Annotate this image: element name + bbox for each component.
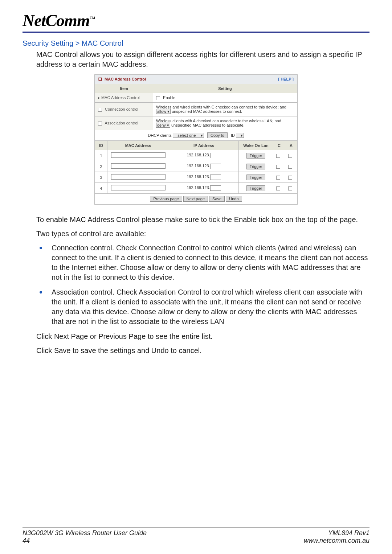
col-setting-header: Setting [153, 84, 297, 93]
dhcp-label: DHCP clients [148, 133, 172, 138]
assoc-ctrl-line1: Wireless clients with A checked can asso… [156, 119, 281, 123]
previous-page-button[interactable]: Previous page [150, 196, 182, 202]
th-ip: IP Address [169, 141, 239, 150]
mac-input[interactable] [111, 152, 166, 158]
panel-title-text: MAC Address Control [105, 77, 146, 81]
next-page-button[interactable]: Next page [183, 196, 208, 202]
row-mac-control-setting: Enable [153, 93, 297, 103]
association-control-text: Association control [105, 121, 138, 125]
c-checkbox[interactable] [276, 186, 280, 190]
table-row: 4 192.168.123. Trigger [95, 183, 297, 194]
bullet-list: Connection control. Check Connection Con… [36, 243, 369, 327]
c-checkbox[interactable] [276, 176, 280, 180]
row-connection-control-setting: Wireless and wired clients with C checke… [153, 103, 297, 116]
ip-input[interactable] [210, 153, 221, 158]
bullet-connection: Connection control. Check Connection Con… [36, 243, 369, 282]
a-checkbox[interactable] [288, 186, 292, 190]
conn-ctrl-line1: Wireless and wired clients with C checke… [156, 105, 286, 109]
assoc-ctrl-select[interactable]: deny ▾ [156, 123, 170, 128]
th-c: C [273, 141, 285, 150]
page-footer: N3G002W 3G Wireless Router User Guide YM… [23, 528, 369, 545]
dhcp-id-label: ID [231, 133, 235, 138]
conn-ctrl-select[interactable]: allow ▾ [156, 109, 171, 114]
association-control-checkbox[interactable] [98, 122, 102, 126]
para-enable: To enable MAC Address Control please mak… [36, 215, 369, 225]
para-save: Click Save to save the settings and Undo… [36, 346, 369, 356]
row-mac-control-label: ▸ MAC Address Control [95, 93, 153, 103]
row-association-control-label: Association control [95, 116, 153, 130]
ip-prefix: 192.168.123. [187, 185, 210, 190]
footer-left-title: N3G002W 3G Wireless Router User Guide [23, 529, 147, 537]
footer-page-number: 44 [23, 537, 30, 545]
trigger-button[interactable]: Trigger [246, 153, 265, 159]
ip-input[interactable] [210, 164, 221, 169]
ip-prefix: 192.168.123. [187, 164, 210, 168]
a-checkbox[interactable] [288, 154, 292, 158]
panel-bullet-icon: ❏ [98, 77, 102, 81]
th-wol: Wake On Lan [239, 141, 273, 150]
table-row: 1 192.168.123. Trigger [95, 150, 297, 161]
cell-id: 2 [95, 161, 107, 172]
assoc-ctrl-line2: unspecified MAC addresses to associate. [171, 123, 245, 127]
dhcp-select[interactable]: -- select one -- ▾ [173, 133, 204, 138]
enable-label: Enable [163, 95, 175, 100]
cell-id: 1 [95, 150, 107, 161]
table-row: 3 192.168.123. Trigger [95, 172, 297, 183]
th-mac: MAC Address [107, 141, 169, 150]
para-nextprev: Click Next Page or Previous Page to see … [36, 332, 369, 341]
mac-input[interactable] [111, 163, 166, 169]
panel-button-row: Previous page Next page Save Undo [95, 194, 297, 204]
ip-input[interactable] [210, 175, 221, 180]
connection-control-checkbox[interactable] [98, 108, 102, 112]
para-types: Two types of control are available: [36, 229, 369, 239]
header-logo-row: NetComm™ [23, 11, 369, 33]
cell-id: 4 [95, 183, 107, 194]
mac-input[interactable] [111, 174, 166, 180]
trigger-button[interactable]: Trigger [246, 164, 265, 169]
undo-button[interactable]: Undo [226, 196, 242, 202]
help-link[interactable]: [ HELP ] [278, 77, 294, 81]
trademark-icon: ™ [90, 15, 95, 21]
dhcp-id-select[interactable]: -- ▾ [236, 133, 244, 138]
breadcrumb: Security Setting > MAC Control [23, 39, 369, 48]
copy-to-button[interactable]: Copy to [207, 132, 228, 138]
row-association-control-setting: Wireless clients with A checked can asso… [153, 116, 297, 130]
bullet-association: Association control. Check Association C… [36, 287, 369, 327]
footer-url: www.netcomm.com.au [304, 537, 369, 545]
th-id: ID [95, 141, 107, 150]
save-button[interactable]: Save [209, 196, 225, 202]
connection-control-text: Connection control [105, 107, 138, 111]
trigger-button[interactable]: Trigger [246, 185, 265, 191]
ip-prefix: 192.168.123. [187, 175, 210, 179]
brand-logo: NetComm™ [23, 11, 95, 30]
table-row: 2 192.168.123. Trigger [95, 161, 297, 172]
conn-ctrl-line2: unspecified MAC addresses to connect. [172, 109, 242, 114]
c-checkbox[interactable] [276, 165, 280, 169]
brand-logo-text: NetComm [23, 11, 90, 30]
trigger-button[interactable]: Trigger [246, 175, 265, 180]
cell-id: 3 [95, 172, 107, 183]
dhcp-clients-row: DHCP clients -- select one -- ▾ Copy to … [95, 130, 297, 141]
row-connection-control-label: Connection control [95, 103, 153, 116]
panel-title-bar: ❏ MAC Address Control [ HELP ] [95, 75, 297, 84]
c-checkbox[interactable] [276, 154, 280, 158]
col-item-header: Item [95, 84, 153, 93]
mac-input[interactable] [111, 185, 166, 190]
mac-control-panel: ❏ MAC Address Control [ HELP ] Item Sett… [94, 74, 298, 205]
ip-input[interactable] [210, 185, 221, 191]
th-a: A [285, 141, 297, 150]
footer-right-rev: YML894 Rev1 [328, 529, 369, 537]
intro-paragraph: MAC Control allows you to assign differe… [36, 50, 369, 69]
ip-prefix: 192.168.123. [187, 153, 210, 157]
a-checkbox[interactable] [288, 176, 292, 180]
enable-checkbox[interactable] [156, 96, 160, 100]
a-checkbox[interactable] [288, 165, 292, 169]
